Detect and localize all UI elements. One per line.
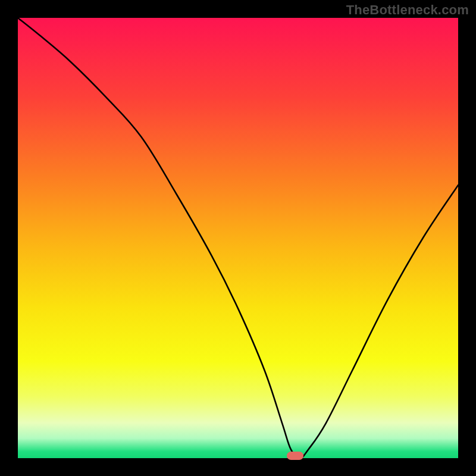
sweet-spot-marker bbox=[287, 452, 303, 460]
watermark-text: TheBottleneck.com bbox=[346, 2, 469, 18]
plot-area bbox=[18, 18, 458, 458]
chart-frame: TheBottleneck.com bbox=[0, 0, 476, 476]
bottleneck-curve bbox=[18, 18, 458, 458]
